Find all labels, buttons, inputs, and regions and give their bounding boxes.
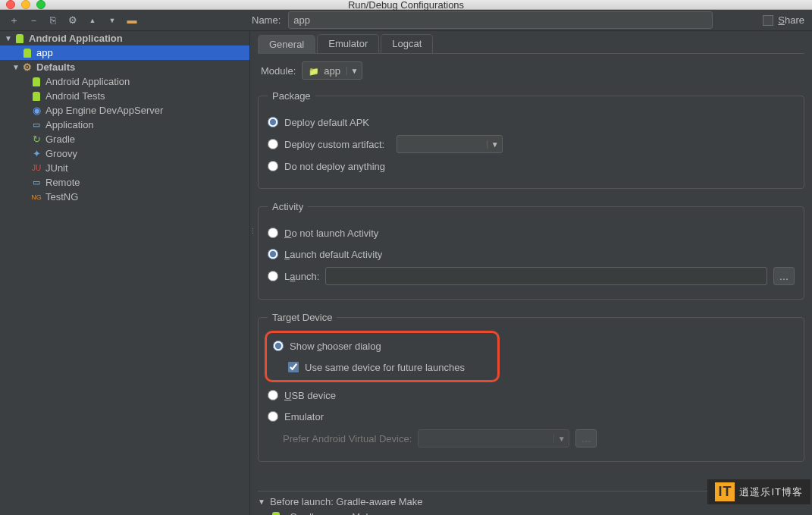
- use-same-device-label: Use same device for future launches: [305, 362, 465, 373]
- do-not-launch-activity-radio[interactable]: [268, 228, 278, 238]
- launch-activity-radio[interactable]: [268, 271, 278, 281]
- chevron-down-icon[interactable]: ▼: [487, 140, 502, 149]
- gear-icon: [21, 61, 33, 74]
- copy-config-icon[interactable]: ⎘: [47, 14, 59, 27]
- module-label: Module:: [261, 65, 296, 77]
- tree-android-application[interactable]: ▼ Android Application: [0, 31, 249, 46]
- junit-icon: JU: [30, 162, 42, 174]
- name-row: Name:: [252, 11, 755, 29]
- prefer-avd-combo: ▼: [418, 429, 569, 447]
- tab-general[interactable]: General: [258, 35, 315, 54]
- share-label: SSharehare: [778, 14, 804, 26]
- browse-activity-button[interactable]: …: [773, 267, 795, 285]
- expand-arrow-icon[interactable]: ▼: [258, 498, 265, 506]
- share-checkbox[interactable]: [763, 15, 773, 26]
- tree-default-testng[interactable]: NGTestNG: [0, 190, 249, 204]
- tree-default-appengine[interactable]: ◉App Engine DevAppServer: [0, 103, 249, 118]
- watermark-text: 逍遥乐IT博客: [739, 485, 803, 499]
- expand-arrow-icon[interactable]: ▼: [3, 34, 14, 42]
- launch-activity-label: Launch:: [284, 271, 319, 282]
- android-icon: [30, 90, 42, 102]
- before-launch-item[interactable]: Gradle-aware Make: [258, 507, 804, 515]
- settings-icon[interactable]: ⚙: [67, 14, 79, 27]
- expand-arrow-icon[interactable]: ▼: [11, 63, 21, 71]
- main-split: ▼ Android Application app ▼ Defaults And…: [0, 31, 812, 515]
- watermark-badge: IT: [715, 482, 735, 501]
- show-chooser-dialog-radio[interactable]: [273, 341, 284, 351]
- do-not-deploy-label: Do not deploy anything: [284, 161, 385, 172]
- window-title: Run/Debug Configurations: [0, 0, 812, 11]
- chevron-down-icon: ▼: [553, 435, 569, 443]
- usb-device-label: USB device: [284, 390, 336, 401]
- deploy-custom-artifact-label: Deploy custom artifact:: [284, 139, 384, 150]
- use-same-device-checkbox[interactable]: [288, 362, 299, 372]
- tabs: General Emulator Logcat: [258, 34, 804, 54]
- tree-default-junit[interactable]: JUJUnit: [0, 161, 249, 175]
- name-input[interactable]: [288, 11, 713, 29]
- package-group: Package Deploy default APK Deploy custom…: [258, 90, 804, 189]
- launch-default-activity-radio[interactable]: [268, 249, 278, 259]
- android-icon: [30, 76, 42, 88]
- remove-config-icon[interactable]: －: [27, 14, 39, 27]
- chevron-down-icon[interactable]: ▼: [346, 67, 362, 75]
- prefer-avd-label: Prefer Android Virtual Device:: [283, 433, 412, 444]
- module-row: Module: app ▼: [258, 54, 804, 87]
- tree-defaults[interactable]: ▼ Defaults: [0, 60, 249, 74]
- folder-icon[interactable]: ▬: [126, 14, 138, 27]
- run-debug-config-window: Run/Debug Configurations ＋ － ⎘ ⚙ ▲ ▼ ▬ N…: [0, 0, 812, 515]
- titlebar: Run/Debug Configurations: [0, 0, 812, 10]
- content-panel: General Emulator Logcat Module: app ▼ Pa…: [250, 31, 812, 515]
- tree-default-remote[interactable]: ▭Remote: [0, 175, 249, 190]
- share-box: SSharehare: [763, 14, 804, 26]
- show-chooser-dialog-label: Show chooser dialog: [290, 341, 381, 352]
- testng-icon: NG: [30, 191, 42, 203]
- tree-default-android-tests[interactable]: Android Tests: [0, 89, 249, 103]
- deploy-default-apk-label: Deploy default APK: [284, 117, 369, 128]
- watermark: IT 逍遥乐IT博客: [707, 479, 810, 504]
- deploy-custom-artifact-radio[interactable]: [268, 139, 278, 149]
- tree-default-groovy[interactable]: ✦Groovy: [0, 146, 249, 161]
- name-label: Name:: [252, 14, 281, 26]
- body: ＋ － ⎘ ⚙ ▲ ▼ ▬ Name: SSharehare ▼ Android…: [0, 10, 812, 515]
- android-icon: [270, 510, 282, 515]
- custom-artifact-combo[interactable]: ▼: [397, 135, 503, 153]
- module-folder-icon: [309, 65, 319, 77]
- tree-default-gradle[interactable]: ↻Gradle: [0, 132, 249, 146]
- do-not-launch-activity-label: Do not launch Activity: [284, 228, 378, 239]
- emulator-label: Emulator: [284, 411, 324, 422]
- add-config-icon[interactable]: ＋: [8, 14, 20, 27]
- target-device-legend: Target Device: [268, 312, 337, 323]
- groovy-icon: ✦: [30, 148, 42, 160]
- highlight-annotation: Show chooser dialog Use same device for …: [265, 331, 500, 382]
- android-icon: [21, 47, 33, 59]
- move-down-icon[interactable]: ▼: [106, 14, 118, 27]
- launch-default-activity-label: Launch default Activity: [284, 249, 382, 260]
- tab-logcat[interactable]: Logcat: [381, 34, 433, 53]
- move-up-icon[interactable]: ▲: [86, 14, 99, 27]
- launch-activity-input[interactable]: [325, 267, 767, 285]
- emulator-radio[interactable]: [268, 411, 278, 422]
- tree-default-application[interactable]: ▭Application: [0, 118, 249, 132]
- config-tree: ▼ Android Application app ▼ Defaults And…: [0, 31, 250, 515]
- browse-avd-button: …: [575, 429, 597, 447]
- tab-emulator[interactable]: Emulator: [317, 34, 379, 53]
- tree-default-android-app[interactable]: Android Application: [0, 74, 249, 89]
- do-not-deploy-radio[interactable]: [268, 161, 278, 171]
- activity-legend: Activity: [268, 201, 308, 212]
- toolbar: ＋ － ⎘ ⚙ ▲ ▼ ▬ Name: SSharehare: [0, 10, 812, 31]
- tree-item-app[interactable]: app: [0, 46, 249, 60]
- split-handle[interactable]: ⋮: [250, 228, 256, 235]
- target-device-group: Target Device Show chooser dialog Use sa…: [258, 312, 804, 462]
- application-icon: ▭: [30, 119, 42, 131]
- appengine-icon: ◉: [30, 105, 42, 117]
- gradle-icon: ↻: [30, 133, 42, 146]
- usb-device-radio[interactable]: [268, 390, 278, 400]
- module-combo[interactable]: app ▼: [302, 61, 362, 80]
- package-legend: Package: [268, 90, 315, 102]
- remote-icon: ▭: [30, 177, 42, 189]
- activity-group: Activity Do not launch Activity Launch d…: [258, 201, 804, 300]
- deploy-default-apk-radio[interactable]: [268, 117, 278, 127]
- android-icon: [14, 33, 26, 45]
